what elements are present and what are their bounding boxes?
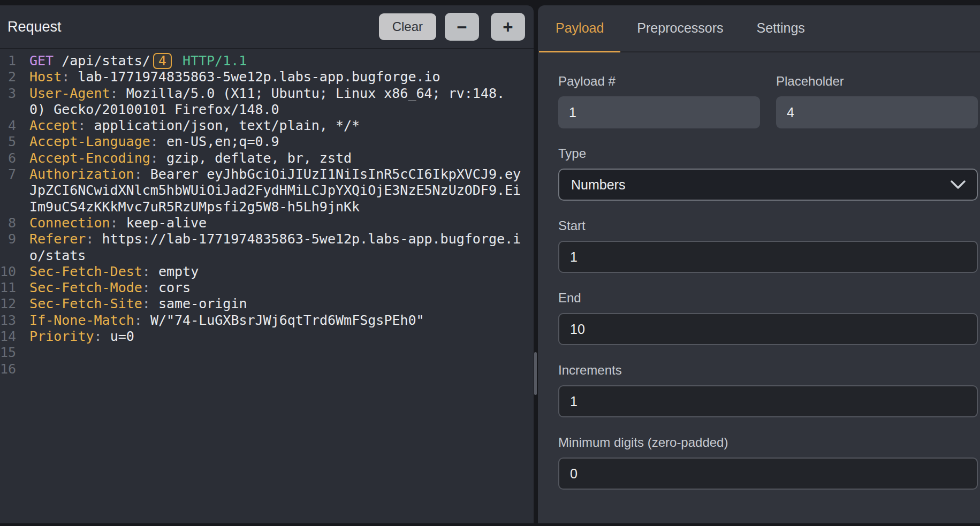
request-line: 9Referer: https://lab-1771974835863-5we1… [0, 231, 534, 247]
request-line-code: Sec-Fetch-Mode: cors [29, 280, 534, 296]
request-line: 4Accept: application/json, text/plain, *… [0, 118, 534, 134]
min-digits-label: Minimum digits (zero-padded) [558, 435, 978, 450]
request-line: 6Accept-Encoding: gzip, deflate, br, zst… [0, 150, 534, 166]
request-line: 10Sec-Fetch-Dest: empty [0, 264, 534, 280]
payload-form: Payload # Placeholder Type Numbers [538, 52, 980, 490]
line-number: 14 [0, 329, 29, 345]
request-line-code: Sec-Fetch-Site: same-origin [29, 296, 534, 312]
request-line: Im9uCS4zKKkMvc7uR5RzUMpsfi2g5W8-h5Lh9jnK… [0, 199, 534, 215]
tab-payload[interactable]: Payload [539, 5, 620, 52]
field-start: Start [558, 218, 978, 273]
request-line-code [29, 361, 534, 377]
line-number: 10 [0, 264, 29, 280]
line-number [0, 102, 29, 118]
type-label: Type [558, 146, 978, 161]
line-number [0, 199, 29, 215]
field-increments: Increments [558, 363, 978, 417]
tab-preprocessors[interactable]: Preprocessors [620, 5, 740, 52]
request-line: 13If-None-Match: W/"74-LuGXBsrJWj6qtTrd6… [0, 312, 534, 329]
line-number: 4 [0, 118, 29, 134]
divider-scrollbar-thumb[interactable] [534, 352, 537, 395]
request-line-code: o/stats [29, 248, 534, 264]
request-line: JpZCI6NCwidXNlcm5hbWUiOiJad2FydHMiLCJpYX… [0, 182, 534, 199]
line-number: 15 [0, 345, 29, 361]
line-number: 16 [0, 361, 29, 377]
request-line: o/stats [0, 248, 534, 264]
request-line: 2Host: lab-1771974835863-5we12p.labs-app… [0, 69, 534, 85]
request-line-code: Sec-Fetch-Dest: empty [29, 264, 534, 280]
end-label: End [558, 291, 978, 306]
line-number [0, 248, 29, 264]
request-line: 1GET /api/stats/4 HTTP/1.1 [0, 53, 534, 69]
clear-button[interactable]: Clear [379, 13, 436, 40]
line-number: 6 [0, 150, 29, 166]
field-min-digits: Minimum digits (zero-padded) [558, 435, 978, 490]
min-digits-input[interactable] [558, 458, 978, 490]
request-line: 16 [0, 361, 534, 377]
request-line: 14Priority: u=0 [0, 329, 534, 345]
increments-label: Increments [558, 363, 978, 378]
request-line: 5Accept-Language: en-US,en;q=0.9 [0, 134, 534, 150]
line-number [0, 182, 29, 199]
line-number: 7 [0, 166, 29, 182]
line-number: 12 [0, 296, 29, 312]
type-select-value: Numbers [571, 177, 625, 193]
line-number: 1 [0, 53, 29, 69]
request-line: 15 [0, 345, 534, 361]
request-line-code: 0) Gecko/20100101 Firefox/148.0 [29, 102, 534, 118]
tab-bar: PayloadPreprocessorsSettings [538, 5, 980, 52]
request-line-code: GET /api/stats/4 HTTP/1.1 [29, 53, 534, 69]
request-panel-header: Request Clear − + [0, 5, 534, 49]
window-bottom-edge [0, 523, 980, 526]
request-line-code: Connection: keep-alive [29, 215, 534, 231]
field-end: End [558, 291, 978, 345]
request-line-code [29, 345, 534, 361]
type-select[interactable]: Numbers [558, 169, 978, 201]
line-number: 11 [0, 280, 29, 296]
end-input[interactable] [558, 313, 978, 345]
request-line-code: Accept-Language: en-US,en;q=0.9 [29, 134, 534, 150]
request-line-code: Referer: https://lab-1771974835863-5we12… [29, 231, 534, 247]
increments-input[interactable] [558, 385, 978, 417]
request-line-code: Priority: u=0 [29, 329, 534, 345]
field-type: Type Numbers [558, 146, 978, 201]
request-line-code: User-Agent: Mozilla/5.0 (X11; Ubuntu; Li… [29, 86, 534, 102]
payload-number-input[interactable] [558, 96, 760, 128]
request-line: 0) Gecko/20100101 Firefox/148.0 [0, 102, 534, 118]
line-number: 5 [0, 134, 29, 150]
request-line: 12Sec-Fetch-Site: same-origin [0, 296, 534, 312]
request-line-code: Accept-Encoding: gzip, deflate, br, zstd [29, 150, 534, 166]
request-editor[interactable]: 1GET /api/stats/4 HTTP/1.12Host: lab-177… [0, 49, 534, 523]
payload-placeholder-marker: 4 [153, 53, 172, 69]
request-line-code: JpZCI6NCwidXNlcm5hbWUiOiJad2FydHMiLCJpYX… [29, 182, 534, 199]
payload-panel: PayloadPreprocessorsSettings Payload # P… [538, 5, 980, 523]
line-number: 13 [0, 312, 29, 329]
request-line: 11Sec-Fetch-Mode: cors [0, 280, 534, 296]
line-number: 2 [0, 69, 29, 85]
tab-settings[interactable]: Settings [740, 5, 822, 52]
request-line-code: Accept: application/json, text/plain, */… [29, 118, 534, 134]
field-payload-number: Payload # [558, 74, 760, 128]
field-placeholder: Placeholder [776, 74, 978, 128]
start-label: Start [558, 218, 978, 233]
panel-title: Request [7, 19, 62, 35]
placeholder-label: Placeholder [776, 74, 978, 89]
payload-number-label: Payload # [558, 74, 760, 89]
request-line: 7Authorization: Bearer eyJhbGciOiJIUzI1N… [0, 166, 534, 182]
line-number: 9 [0, 231, 29, 247]
font-decrease-button[interactable]: − [445, 13, 479, 41]
line-number: 3 [0, 86, 29, 102]
font-increase-button[interactable]: + [491, 13, 525, 41]
request-panel: Request Clear − + 1GET /api/stats/4 HTTP… [0, 5, 534, 523]
line-number: 8 [0, 215, 29, 231]
request-line-code: If-None-Match: W/"74-LuGXBsrJWj6qtTrd6Wm… [29, 312, 534, 329]
start-input[interactable] [558, 241, 978, 273]
request-line: 3User-Agent: Mozilla/5.0 (X11; Ubuntu; L… [0, 86, 534, 102]
request-line: 8Connection: keep-alive [0, 215, 534, 231]
placeholder-input[interactable] [776, 96, 978, 128]
request-line-code: Im9uCS4zKKkMvc7uR5RzUMpsfi2g5W8-h5Lh9jnK… [29, 199, 534, 215]
request-line-code: Host: lab-1771974835863-5we12p.labs-app.… [29, 69, 534, 85]
request-line-code: Authorization: Bearer eyJhbGciOiJIUzI1Ni… [29, 166, 534, 182]
